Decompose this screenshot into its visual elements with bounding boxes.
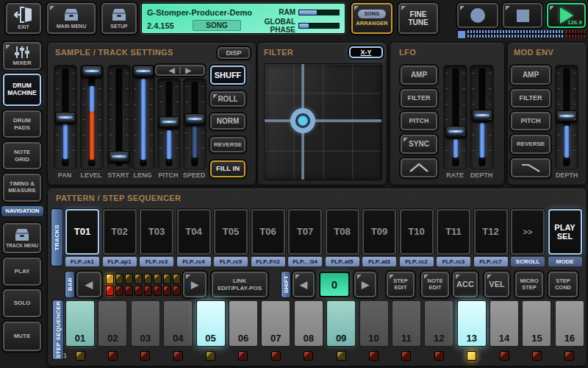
page-cell[interactable] xyxy=(154,274,162,284)
step-10[interactable]: 10 xyxy=(359,300,389,347)
arrow-right-icon[interactable]: ▶ xyxy=(185,67,191,74)
play-sel-mode-button[interactable]: PLAY SEL xyxy=(548,209,582,255)
page-cell[interactable] xyxy=(106,274,114,284)
step-12[interactable]: 12 xyxy=(424,300,453,347)
step-edit-button[interactable]: STEP EDIT xyxy=(387,272,415,297)
track-button-t08[interactable]: T08 xyxy=(326,209,359,255)
step-05[interactable]: 05 xyxy=(196,300,226,347)
track-button-t12[interactable]: T12 xyxy=(474,209,508,255)
song-arranger-toggle[interactable]: SONG ARRANGER xyxy=(351,3,392,34)
sidebar-item-drum-machine[interactable]: DRUM MACHINE xyxy=(3,74,41,106)
track-button-t09[interactable]: T09 xyxy=(362,209,396,255)
record-button[interactable] xyxy=(457,3,498,28)
velocity-button[interactable]: VEL xyxy=(484,272,509,297)
slider-handle[interactable] xyxy=(82,66,102,77)
page-cell[interactable] xyxy=(173,274,181,284)
length-slider[interactable] xyxy=(132,65,155,170)
track-button-t03[interactable]: T03 xyxy=(140,209,173,255)
track-scroll-button[interactable]: >> xyxy=(511,209,545,255)
link-edit-playpos-button[interactable]: LINK EDIT/PLAY-POS xyxy=(212,272,268,297)
page-cell[interactable] xyxy=(144,274,152,284)
slider-handle[interactable] xyxy=(133,66,154,77)
sidebar-item-mute[interactable]: MUTE xyxy=(3,322,41,351)
lfo-pitch-button[interactable]: PITCH xyxy=(401,112,437,130)
song-position-bar[interactable] xyxy=(467,30,564,38)
fine-tune-button[interactable]: FINE TUNE xyxy=(398,3,438,34)
bar-next-button[interactable]: ▶ xyxy=(183,272,207,297)
lfo-depth-slider[interactable] xyxy=(470,65,494,170)
env-amp-button[interactable]: AMP xyxy=(511,66,551,85)
page-cell[interactable] xyxy=(135,274,143,284)
page-cell[interactable] xyxy=(115,286,123,296)
xy-puck[interactable] xyxy=(290,108,315,133)
step-08[interactable]: 08 xyxy=(294,300,323,347)
page-cell[interactable] xyxy=(115,274,123,284)
lfo-filter-button[interactable]: FILTER xyxy=(401,89,437,107)
track-button-t01[interactable]: T01 xyxy=(65,209,99,255)
page-cell[interactable] xyxy=(163,274,171,284)
step-condition-button[interactable]: STEP COND xyxy=(548,272,578,297)
speed-slider[interactable] xyxy=(183,78,207,170)
slider-handle[interactable] xyxy=(445,126,466,138)
lfo-waveform-button[interactable] xyxy=(401,158,437,177)
step-06[interactable]: 06 xyxy=(229,300,258,347)
step-14[interactable]: 14 xyxy=(490,300,519,347)
page-cell[interactable] xyxy=(163,286,171,296)
level-slider[interactable] xyxy=(80,65,104,170)
start-slider[interactable] xyxy=(107,65,131,170)
roll-button[interactable]: ROLL xyxy=(210,91,245,107)
lfo-rate-slider[interactable] xyxy=(443,65,467,170)
setup-button[interactable]: SETUP xyxy=(101,3,137,34)
track-button-t05[interactable]: T05 xyxy=(214,209,248,255)
env-depth-slider[interactable] xyxy=(555,65,578,170)
sidebar-item-drum-pads[interactable]: DRUM PADS xyxy=(3,110,41,138)
track-button-t10[interactable]: T10 xyxy=(400,209,434,255)
track-button-t07[interactable]: T07 xyxy=(288,209,322,255)
page-cell[interactable] xyxy=(173,286,181,296)
step-13[interactable]: 13 xyxy=(457,300,487,347)
slider-handle[interactable] xyxy=(55,112,76,124)
track-button-t04[interactable]: T04 xyxy=(177,209,211,255)
sidebar-item-mixer[interactable]: MIXER xyxy=(3,42,41,70)
step-03[interactable]: 03 xyxy=(131,300,160,347)
step-09[interactable]: 09 xyxy=(326,300,356,347)
shift-prev-button[interactable]: ◀ xyxy=(293,272,315,297)
disp-button[interactable]: DISP xyxy=(218,47,250,59)
slider-handle[interactable] xyxy=(109,151,129,163)
slider-handle[interactable] xyxy=(159,116,179,128)
step-16[interactable]: 16 xyxy=(555,300,584,347)
display-mode-button[interactable]: SONG xyxy=(193,20,241,31)
slider-handle[interactable] xyxy=(556,110,577,122)
bar-prev-button[interactable]: ◀ xyxy=(76,272,101,297)
sidebar-item-timing-measure[interactable]: TIMING & MEASURE xyxy=(3,174,41,202)
slider-handle[interactable] xyxy=(184,113,205,125)
shift-next-button[interactable]: ▶ xyxy=(354,272,376,297)
track-button-t06[interactable]: T06 xyxy=(251,209,285,255)
pan-slider[interactable] xyxy=(54,65,77,170)
step-01[interactable]: 01 xyxy=(65,300,95,347)
page-cell[interactable] xyxy=(154,286,162,296)
stop-button[interactable] xyxy=(503,3,542,28)
env-reverse-button[interactable]: REVERSE xyxy=(511,135,551,154)
exit-button[interactable]: EXIT xyxy=(6,3,41,34)
page-cell[interactable] xyxy=(135,286,143,296)
lfo-amp-button[interactable]: AMP xyxy=(401,66,437,85)
page-cell[interactable] xyxy=(106,286,114,296)
track-button-t11[interactable]: T11 xyxy=(437,209,470,255)
page-cell[interactable] xyxy=(125,274,133,284)
sidebar-item-play[interactable]: PLAY xyxy=(3,258,41,286)
normalize-button[interactable]: NORM xyxy=(210,113,245,130)
play-button[interactable]: 126.9 xyxy=(547,3,586,28)
step-15[interactable]: 15 xyxy=(522,300,551,347)
arrow-left-icon[interactable]: ◀ xyxy=(169,67,175,74)
sidebar-item-track-menu[interactable]: TRACK MENU xyxy=(3,223,41,253)
step-07[interactable]: 07 xyxy=(261,300,290,347)
env-filter-button[interactable]: FILTER xyxy=(511,89,551,107)
lfo-sync-button[interactable]: SYNC xyxy=(401,135,437,154)
micro-step-button[interactable]: MICRO STEP xyxy=(515,272,543,297)
main-menu-button[interactable]: MAIN MENU xyxy=(47,3,96,34)
track-button-t02[interactable]: T02 xyxy=(103,209,137,255)
page-cell[interactable] xyxy=(125,286,133,296)
step-02[interactable]: 02 xyxy=(98,300,127,347)
reverse-button[interactable]: REVERSE xyxy=(210,137,245,152)
